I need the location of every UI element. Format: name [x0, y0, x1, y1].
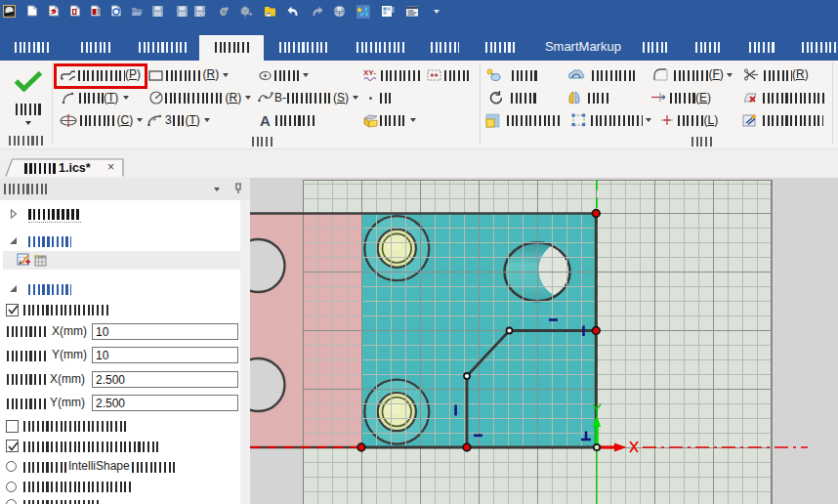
svg-text:XY-: XY- [363, 68, 376, 77]
